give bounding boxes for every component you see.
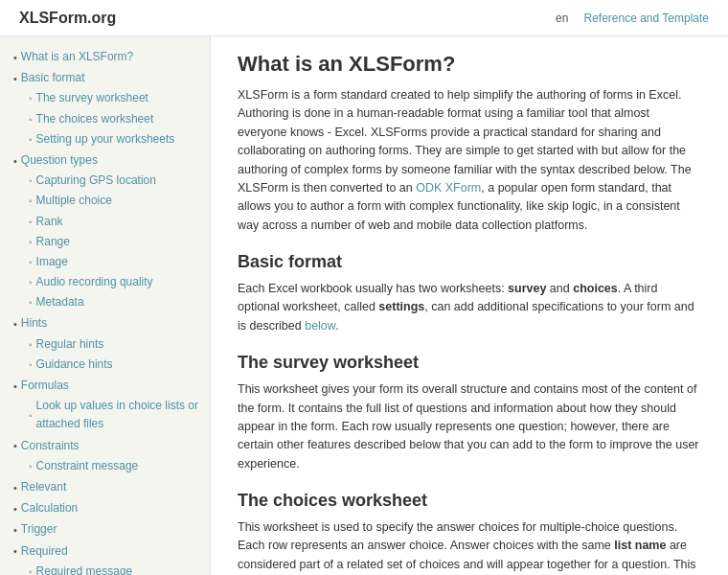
settings-bold: settings [378, 300, 424, 313]
sidebar-sub-item: Multiple choice [29, 192, 200, 210]
sidebar-sub-link-1-0[interactable]: The survey worksheet [36, 89, 148, 107]
sidebar-sub-item: Constraint message [29, 457, 200, 475]
sidebar-nav-list: What is an XLSForm?Basic formatThe surve… [13, 48, 200, 575]
sidebar-link-6[interactable]: Relevant [21, 478, 66, 496]
sidebar-item: Relevant [13, 478, 200, 496]
sidebar-sub-item: Required message [29, 563, 200, 575]
intro-paragraph: XLSForm is a form standard created to he… [238, 86, 701, 235]
sidebar-item: RequiredRequired message [13, 542, 200, 576]
section-choices-worksheet: The choices worksheet [238, 491, 701, 511]
sidebar-item: Trigger [13, 520, 200, 539]
sidebar-sub-link-2-4[interactable]: Image [36, 253, 68, 271]
sidebar-item: Calculation [13, 499, 200, 518]
sidebar-sub-link-2-6[interactable]: Metadata [36, 293, 84, 311]
below-link[interactable]: below [305, 319, 335, 333]
sidebar-sub-item: Audio recording quality [29, 273, 200, 291]
sidebar-sub-link-2-3[interactable]: Range [36, 233, 70, 251]
section-basic-format: Basic format [238, 252, 701, 272]
sidebar-item: What is an XLSForm? [13, 48, 200, 66]
reference-link[interactable]: Reference and Template [583, 12, 709, 25]
sidebar-sub-list: Regular hintsGuidance hints [13, 335, 200, 374]
sidebar-sub-link-2-0[interactable]: Capturing GPS location [36, 172, 156, 190]
sidebar-link-9[interactable]: Required [21, 542, 68, 561]
sidebar: What is an XLSForm?Basic formatThe surve… [0, 36, 211, 575]
sidebar-sub-list: Capturing GPS locationMultiple choiceRan… [13, 172, 200, 311]
sidebar-sub-item: Capturing GPS location [29, 172, 200, 190]
sidebar-sub-list: Constraint message [13, 457, 200, 475]
sidebar-item: Basic formatThe survey worksheetThe choi… [13, 69, 200, 149]
sidebar-link-8[interactable]: Trigger [21, 520, 57, 539]
sidebar-sub-item: Range [29, 233, 200, 251]
header: XLSForm.org en Reference and Template [0, 0, 728, 36]
sidebar-sub-list: Look up values in choice lists or attach… [13, 397, 200, 433]
sidebar-sub-item: Setting up your worksheets [29, 130, 200, 149]
sidebar-link-7[interactable]: Calculation [21, 499, 78, 518]
sidebar-link-0[interactable]: What is an XLSForm? [21, 48, 133, 66]
sidebar-sub-item: The choices worksheet [29, 110, 200, 128]
survey-bold: survey [508, 282, 546, 295]
sidebar-sub-link-1-2[interactable]: Setting up your worksheets [36, 130, 175, 149]
sidebar-sub-link-2-5[interactable]: Audio recording quality [36, 273, 153, 291]
sidebar-sub-link-5-0[interactable]: Constraint message [36, 457, 139, 475]
site-logo: XLSForm.org [19, 10, 116, 27]
sidebar-sub-link-9-0[interactable]: Required message [36, 563, 133, 575]
choices-paragraph: This worksheet is used to specify the an… [238, 518, 701, 575]
sidebar-sub-link-2-2[interactable]: Rank [36, 213, 63, 231]
sidebar-link-5[interactable]: Constraints [21, 437, 80, 455]
sidebar-sub-item: Image [29, 253, 200, 271]
listname-bold: list name [614, 539, 666, 552]
sidebar-sub-link-3-0[interactable]: Regular hints [36, 335, 104, 354]
main-content: What is an XLSForm? XLSForm is a form st… [211, 36, 728, 575]
sidebar-sub-item: The survey worksheet [29, 89, 200, 107]
basic-paragraph: Each Excel workbook usually has two work… [238, 280, 701, 335]
header-nav: en Reference and Template [556, 12, 709, 25]
sidebar-item: HintsRegular hintsGuidance hints [13, 314, 200, 374]
language-label: en [556, 12, 568, 25]
sidebar-sub-item: Regular hints [29, 335, 200, 354]
section-survey-worksheet: The survey worksheet [238, 353, 701, 373]
sidebar-sub-link-1-1[interactable]: The choices worksheet [36, 110, 154, 128]
sidebar-link-2[interactable]: Question types [21, 151, 98, 170]
sidebar-sub-item: Rank [29, 213, 200, 231]
sidebar-link-3[interactable]: Hints [21, 314, 47, 333]
sidebar-sub-link-3-1[interactable]: Guidance hints [36, 356, 113, 374]
sidebar-sub-item: Metadata [29, 293, 200, 311]
sidebar-link-1[interactable]: Basic format [21, 69, 85, 87]
sidebar-sub-link-2-1[interactable]: Multiple choice [36, 192, 112, 210]
sidebar-item: FormulasLook up values in choice lists o… [13, 377, 200, 434]
survey-paragraph: This worksheet gives your form its overa… [238, 380, 701, 473]
page-layout: What is an XLSForm?Basic formatThe surve… [0, 36, 728, 575]
choices-bold: choices [573, 282, 618, 295]
sidebar-sub-item: Look up values in choice lists or attach… [29, 397, 200, 433]
sidebar-item: ConstraintsConstraint message [13, 437, 200, 475]
page-title: What is an XLSForm? [238, 52, 701, 77]
odk-xform-link[interactable]: ODK XForm [416, 181, 481, 195]
sidebar-sub-link-4-0[interactable]: Look up values in choice lists or attach… [36, 397, 200, 433]
sidebar-sub-list: The survey worksheetThe choices workshee… [13, 89, 200, 149]
sidebar-sub-list: Required message [13, 563, 200, 575]
sidebar-link-4[interactable]: Formulas [21, 377, 69, 395]
sidebar-sub-item: Guidance hints [29, 356, 200, 374]
sidebar-item: Question typesCapturing GPS locationMult… [13, 151, 200, 312]
